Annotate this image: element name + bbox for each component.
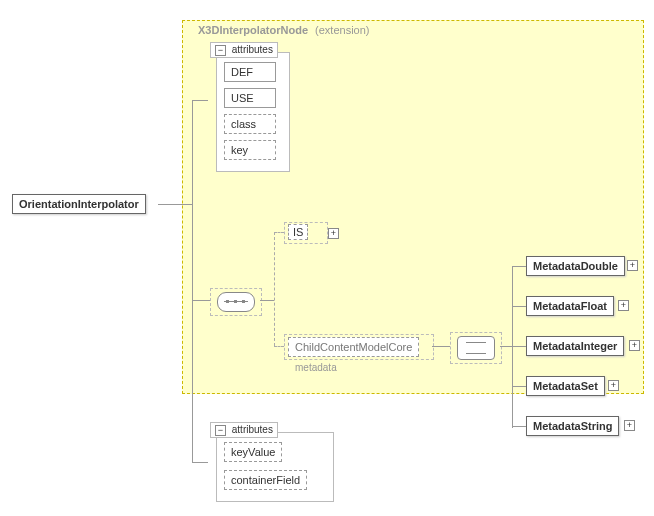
attr-class[interactable]: class: [224, 114, 276, 134]
attr-key[interactable]: key: [224, 140, 276, 160]
expand-icon[interactable]: +: [629, 340, 640, 351]
collapse-icon[interactable]: −: [215, 45, 226, 56]
child-content-model[interactable]: ChildContentModelCore: [288, 337, 419, 357]
schema-diagram: X3DInterpolatorNode (extension) Orientat…: [0, 0, 654, 516]
expand-icon[interactable]: +: [328, 228, 339, 239]
expand-icon[interactable]: +: [627, 260, 638, 271]
metadata-set[interactable]: MetadataSet: [526, 376, 605, 396]
expand-icon[interactable]: +: [618, 300, 629, 311]
attr-group-2-title: − attributes: [210, 422, 278, 438]
is-node[interactable]: IS: [288, 224, 308, 240]
root-node[interactable]: OrientationInterpolator: [12, 194, 146, 214]
metadata-integer[interactable]: MetadataInteger: [526, 336, 624, 356]
attr-containerfield[interactable]: containerField: [224, 470, 307, 490]
extension-title: X3DInterpolatorNode (extension): [198, 24, 370, 36]
attr-keyvalue[interactable]: keyValue: [224, 442, 282, 462]
expand-icon[interactable]: +: [624, 420, 635, 431]
metadata-string[interactable]: MetadataString: [526, 416, 619, 436]
metadata-double[interactable]: MetadataDouble: [526, 256, 625, 276]
metadata-float[interactable]: MetadataFloat: [526, 296, 614, 316]
sequence-icon: [217, 292, 255, 312]
attr-use[interactable]: USE: [224, 88, 276, 108]
expand-icon[interactable]: +: [608, 380, 619, 391]
collapse-icon[interactable]: −: [215, 425, 226, 436]
extension-name: X3DInterpolatorNode: [198, 24, 308, 36]
attr-def[interactable]: DEF: [224, 62, 276, 82]
attr-group-1-title: − attributes: [210, 42, 278, 58]
choice-icon: [457, 336, 495, 360]
extension-tag: (extension): [315, 24, 369, 36]
metadata-note: metadata: [295, 362, 337, 373]
